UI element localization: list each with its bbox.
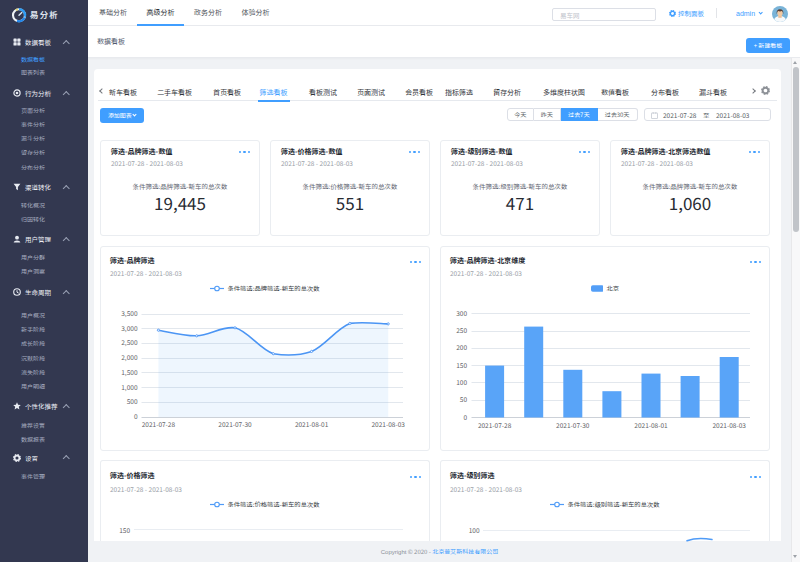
- svg-text:2021-07-30: 2021-07-30: [556, 420, 590, 430]
- svg-text:2021-07-30: 2021-07-30: [218, 419, 252, 429]
- svg-text:2021-08-01: 2021-08-01: [634, 420, 668, 430]
- svg-text:2,500: 2,500: [121, 337, 138, 347]
- svg-text:50: 50: [460, 394, 468, 404]
- svg-text:1,500: 1,500: [121, 367, 138, 377]
- svg-text:2,000: 2,000: [121, 352, 138, 362]
- svg-text:0: 0: [463, 412, 467, 422]
- svg-text:100: 100: [456, 377, 467, 387]
- svg-text:150: 150: [456, 360, 467, 370]
- svg-text:3,500: 3,500: [121, 308, 138, 318]
- svg-text:2021-07-28: 2021-07-28: [478, 420, 512, 430]
- svg-text:2021-08-01: 2021-08-01: [295, 419, 329, 429]
- svg-text:0: 0: [134, 411, 138, 421]
- svg-text:200: 200: [456, 342, 467, 352]
- svg-text:500: 500: [127, 396, 138, 406]
- svg-text:1,000: 1,000: [121, 382, 138, 392]
- svg-text:300: 300: [456, 308, 467, 318]
- svg-text:2021-07-28: 2021-07-28: [142, 419, 176, 429]
- svg-text:2021-08-03: 2021-08-03: [713, 420, 747, 430]
- svg-text:250: 250: [456, 325, 467, 335]
- svg-text:3,000: 3,000: [121, 323, 138, 333]
- svg-text:2021-08-03: 2021-08-03: [372, 419, 406, 429]
